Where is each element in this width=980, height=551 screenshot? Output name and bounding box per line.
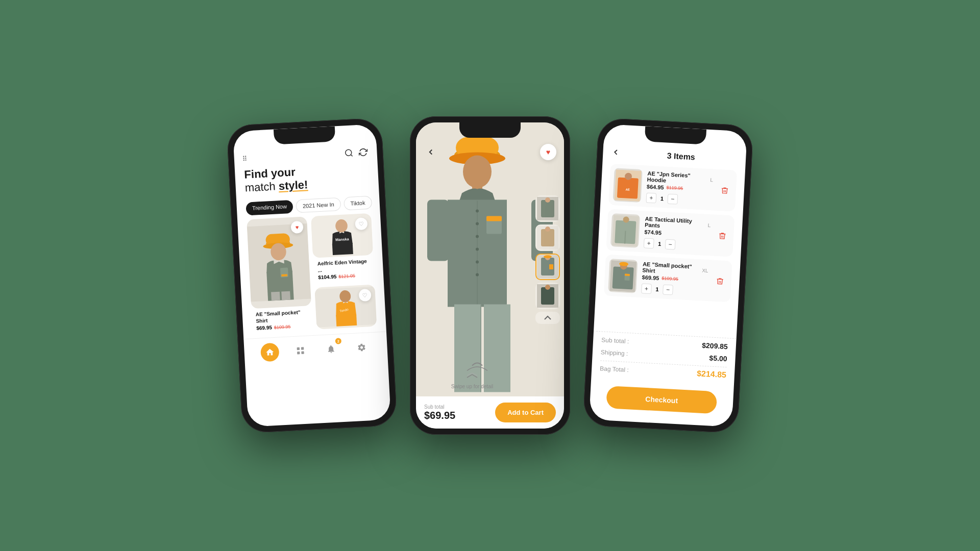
svg-text:Manska: Manska	[335, 237, 350, 242]
cart-item-3-increase[interactable]: −	[663, 284, 673, 295]
svg-rect-10	[271, 292, 280, 301]
bag-total-label: Bag Total :	[600, 365, 629, 373]
phone-notch-3	[645, 126, 706, 144]
svg-point-55	[544, 255, 552, 258]
notification-badge: 2	[335, 338, 342, 345]
p2-thumb-2[interactable]	[535, 224, 560, 251]
cart-title: 3 Items	[624, 149, 738, 164]
svg-rect-54	[549, 264, 553, 269]
cart-item-2-increase[interactable]: −	[665, 239, 676, 249]
cart-item-3-decrease[interactable]: +	[641, 283, 652, 294]
cart-item-3-qty: 1	[655, 286, 659, 292]
svg-point-38	[476, 261, 479, 264]
svg-rect-46	[541, 200, 554, 217]
cart-item-1-name: AE "Jpn Series" Hoodie	[647, 170, 711, 185]
svg-point-37	[476, 248, 479, 251]
p2-back-button[interactable]	[424, 145, 438, 159]
product-card-1[interactable]: ♥ AE "Small pocket" Shirt $69.95 $109.95	[247, 217, 313, 335]
p2-thumb-1[interactable]	[535, 195, 560, 222]
svg-rect-20	[297, 347, 300, 350]
cart-item-1-price: $64.95	[647, 183, 664, 190]
product-1-name: AE "Small pocket" Shirt	[256, 309, 308, 324]
p2-price-section: Sub total $69.95	[424, 404, 455, 421]
subtotal-value: $209.85	[702, 341, 728, 351]
svg-rect-57	[541, 287, 554, 305]
cart-item-3-size: XL	[702, 267, 708, 273]
cart-item-2-size: L	[707, 222, 710, 228]
p3-back-button[interactable]	[611, 147, 621, 159]
svg-rect-9	[281, 274, 287, 277]
p2-subtotal-label: Sub total	[424, 404, 455, 410]
p2-thumb-3[interactable]	[535, 254, 560, 280]
svg-rect-72	[624, 273, 629, 276]
tab-trending-now[interactable]: Trending Now	[246, 200, 293, 216]
tab-tiktok[interactable]: Tiktok	[344, 196, 372, 211]
svg-rect-14	[332, 243, 353, 256]
product-1-info: AE "Small pocket" Shirt $69.95 $109.95	[251, 306, 312, 335]
svg-point-36	[476, 235, 479, 238]
cart-item-1-size: L	[710, 177, 713, 183]
cart-item-2-image	[610, 213, 640, 248]
svg-rect-68	[612, 266, 633, 289]
svg-line-66	[625, 231, 625, 243]
product-card-3[interactable]: Tondo ♡	[314, 285, 377, 330]
svg-point-35	[476, 222, 479, 226]
svg-point-47	[545, 197, 550, 203]
p2-scroll-up-button[interactable]	[535, 312, 560, 324]
cart-item-1: AE AE "Jpn Series" Hoodie L $64.95 $119.…	[608, 164, 737, 212]
cart-item-2-name: AE Tactical Utility Pants	[645, 215, 708, 231]
svg-point-34	[476, 210, 479, 213]
svg-rect-49	[541, 229, 554, 246]
product-2-info: Aelfric Eden Vintage ... $104.95 $121.05	[313, 255, 374, 284]
shipping-label: Shipping :	[601, 348, 628, 357]
p2-bottom-bar: Sub total $69.95 Add to Cart	[416, 396, 564, 429]
p3-totals: Sub total : $209.85 Shipping : $5.00 Bag…	[591, 331, 737, 389]
nav-settings-button[interactable]	[352, 338, 372, 358]
svg-rect-31	[427, 200, 449, 261]
product-card-2[interactable]: Manska ♡ Aelfric Eden Vintage ... $104.9…	[311, 213, 375, 284]
refresh-icon[interactable]	[357, 146, 369, 158]
cart-item-2-details: AE Tactical Utility Pants L $74.95 + 1 −	[644, 215, 711, 252]
menu-dots-icon[interactable]: ⠿	[242, 155, 248, 163]
svg-rect-21	[301, 347, 304, 350]
shipping-value: $5.00	[709, 354, 727, 363]
svg-rect-18	[336, 314, 357, 327]
p1-right-col: Manska ♡ Aelfric Eden Vintage ... $104.9…	[311, 213, 377, 331]
phone-notch-2	[459, 122, 521, 138]
cart-item-2: AE Tactical Utility Pants L $74.95 + 1 −	[606, 209, 734, 257]
p1-title-match: match	[244, 180, 279, 194]
p2-heart-button[interactable]: ♥	[540, 144, 556, 160]
svg-rect-41	[486, 216, 502, 221]
cart-item-2-qty: 1	[658, 240, 662, 246]
cart-item-3: AE "Small pocket" Shirt XL $69.95 $109.9…	[604, 255, 732, 303]
cart-item-1-increase[interactable]: −	[667, 193, 678, 204]
svg-point-58	[545, 285, 550, 290]
cart-item-2-delete[interactable]	[715, 228, 730, 243]
product-2-old-price: $121.05	[338, 273, 355, 279]
nav-home-button[interactable]	[260, 343, 280, 362]
p2-thumb-4[interactable]	[535, 283, 560, 309]
checkout-button[interactable]: Checkout	[606, 386, 717, 414]
cart-item-1-delete[interactable]	[717, 183, 732, 197]
nav-grid-button[interactable]	[291, 341, 310, 361]
search-icon[interactable]	[343, 147, 355, 159]
tab-2021-new[interactable]: 2021 New In	[296, 197, 341, 213]
cart-item-2-price: $74.95	[644, 229, 662, 236]
cart-item-3-image	[608, 259, 638, 293]
phone-cart: 3 Items AE	[582, 117, 753, 433]
subtotal-label: Sub total :	[601, 336, 629, 345]
cart-item-1-details: AE "Jpn Series" Hoodie L $64.95 $119.95 …	[646, 170, 713, 206]
nav-notifications-button[interactable]: 2	[322, 340, 341, 359]
phone-notch-1	[274, 126, 335, 144]
swipe-hint-text: Swipe up for detail	[451, 384, 493, 389]
svg-rect-22	[297, 352, 300, 355]
cart-item-1-decrease[interactable]: +	[646, 192, 656, 203]
cart-item-2-decrease[interactable]: +	[644, 238, 654, 248]
cart-item-1-old-price: $119.95	[666, 185, 683, 191]
cart-item-3-price: $69.95	[642, 274, 659, 281]
svg-text:AE: AE	[625, 188, 630, 191]
add-to-cart-button[interactable]: Add to Cart	[495, 403, 556, 422]
product-1-old-price: $109.95	[274, 324, 291, 330]
cart-item-3-delete[interactable]	[713, 273, 727, 288]
p3-checkout-section: Checkout	[589, 381, 734, 427]
